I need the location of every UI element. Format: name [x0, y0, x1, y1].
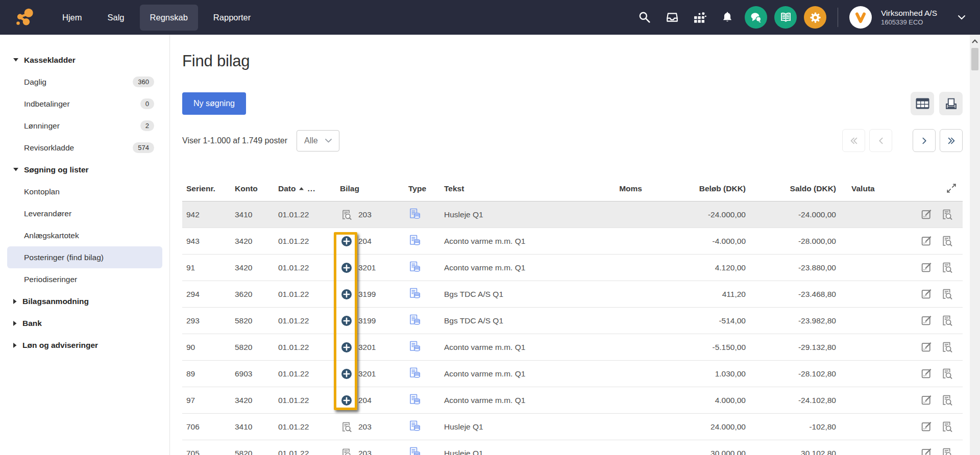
edit-entry-icon[interactable] [920, 447, 933, 455]
print-button[interactable] [939, 92, 963, 115]
table-row[interactable]: 89 6903 01.01.22 3201 [182, 361, 963, 387]
pagination-next-button[interactable] [913, 129, 936, 152]
notifications-bell-icon[interactable] [717, 7, 738, 28]
add-attachment-icon[interactable] [340, 314, 353, 327]
finance-voucher-type-icon[interactable] [408, 314, 422, 328]
apps-grid-icon[interactable] [690, 7, 710, 28]
help-book-button[interactable] [774, 6, 797, 29]
finance-voucher-type-icon[interactable] [408, 287, 422, 301]
column-header-saldo[interactable]: Saldo (DKK) [746, 184, 836, 193]
table-row[interactable]: 943 3420 01.01.22 204 [182, 228, 963, 255]
view-entry-search-icon[interactable] [940, 208, 953, 221]
column-header-serienr[interactable]: Serienr. [182, 184, 231, 193]
add-attachment-icon[interactable] [340, 235, 353, 248]
company-info[interactable]: Virksomhed A/S 1605339 ECO [881, 8, 937, 27]
page-size-select[interactable]: Alle [297, 130, 339, 151]
add-attachment-icon[interactable] [340, 288, 353, 301]
edit-entry-icon[interactable] [920, 420, 933, 434]
table-row[interactable]: 91 3420 01.01.22 3201 [182, 255, 963, 281]
finance-voucher-type-icon[interactable] [408, 234, 422, 248]
attachment-search-icon[interactable] [340, 208, 353, 221]
table-row[interactable]: 706 3410 01.01.22 203 [182, 414, 963, 440]
pagination-first-button[interactable] [842, 129, 865, 152]
edit-entry-icon[interactable] [920, 314, 933, 327]
column-header-moms[interactable]: Moms [582, 184, 642, 193]
edit-entry-icon[interactable] [920, 341, 933, 354]
table-row[interactable]: 97 3420 01.01.22 204 [182, 387, 963, 414]
sidebar-item-revisorkladde[interactable]: Revisorkladde 574 [0, 137, 169, 159]
sidebar-item-lonninger[interactable]: Lønninger 2 [0, 115, 169, 137]
nav-item-hjem[interactable]: Hjem [52, 5, 92, 31]
inbox-icon[interactable] [662, 7, 682, 28]
support-chat-button[interactable] [745, 6, 767, 29]
add-attachment-icon[interactable] [340, 394, 353, 407]
sidebar-item-periodiseringer[interactable]: Periodiseringer [0, 268, 169, 290]
table-row[interactable]: 942 3410 01.01.22 203 [182, 201, 963, 228]
finance-voucher-type-icon[interactable] [408, 420, 422, 434]
sidebar-section-sogning-og-lister[interactable]: Søgning og lister [0, 159, 169, 181]
view-entry-search-icon[interactable] [940, 394, 953, 407]
view-entry-search-icon[interactable] [940, 314, 953, 327]
table-row[interactable]: 90 5820 01.01.22 3201 [182, 334, 963, 361]
edit-entry-icon[interactable] [920, 208, 933, 221]
view-entry-search-icon[interactable] [940, 420, 953, 434]
table-row[interactable]: 705 5820 01.01.22 203 [182, 440, 963, 455]
edit-entry-icon[interactable] [920, 367, 933, 381]
finance-voucher-type-icon[interactable] [408, 208, 422, 222]
finance-voucher-type-icon[interactable] [408, 367, 422, 381]
pagination-last-button[interactable] [940, 129, 963, 152]
sidebar-section-kassekladder[interactable]: Kassekladder [0, 49, 169, 71]
sidebar-item-posteringer-find-bilag[interactable]: Posteringer (find bilag) [7, 246, 162, 268]
edit-entry-icon[interactable] [920, 288, 933, 301]
view-entry-search-icon[interactable] [940, 447, 953, 455]
column-header-bilag[interactable]: Bilag [338, 184, 406, 193]
search-icon[interactable] [634, 7, 655, 28]
table-row[interactable]: 293 5820 01.01.22 3199 [182, 308, 963, 334]
scrollbar-thumb[interactable] [971, 48, 978, 70]
sidebar-section-bilagsanmodning[interactable]: Bilagsanmodning [0, 290, 169, 312]
column-header-konto[interactable]: Konto [231, 184, 274, 193]
view-entry-search-icon[interactable] [940, 261, 953, 274]
nav-item-regnskab[interactable]: Regnskab [140, 5, 198, 31]
company-menu-chevron-icon[interactable] [958, 15, 966, 20]
attachment-search-icon[interactable] [340, 420, 353, 434]
scroll-up-arrow-icon[interactable] [972, 35, 978, 48]
table-view-button[interactable] [911, 92, 934, 115]
sidebar-section-bank[interactable]: Bank [0, 312, 169, 334]
vertical-scrollbar[interactable] [970, 35, 980, 455]
sidebar-item-indbetalinger[interactable]: Indbetalinger 0 [0, 93, 169, 115]
column-header-belob[interactable]: Beløb (DKK) [642, 184, 746, 193]
add-attachment-icon[interactable] [340, 341, 353, 354]
sidebar-item-leverandorer[interactable]: Leverandører [0, 203, 169, 224]
finance-voucher-type-icon[interactable] [408, 261, 422, 275]
table-row[interactable]: 294 3620 01.01.22 3199 [182, 281, 963, 308]
company-avatar[interactable] [849, 6, 872, 29]
settings-gear-button[interactable] [804, 6, 826, 29]
nav-item-rapporter[interactable]: Rapporter [203, 5, 261, 31]
new-search-button[interactable]: Ny søgning [182, 92, 246, 115]
nav-item-salg[interactable]: Salg [97, 5, 135, 31]
sidebar-item-daglig[interactable]: Daglig 360 [0, 71, 169, 93]
finance-voucher-type-icon[interactable] [408, 340, 422, 355]
expand-table-icon[interactable] [888, 183, 963, 193]
pagination-previous-button[interactable] [869, 129, 892, 152]
column-header-tekst[interactable]: Tekst [441, 184, 582, 193]
view-entry-search-icon[interactable] [940, 288, 953, 301]
edit-entry-icon[interactable] [920, 261, 933, 274]
economic-logo[interactable] [14, 7, 35, 28]
dato-column-menu[interactable]: ... [307, 184, 315, 193]
add-attachment-icon[interactable] [340, 367, 353, 381]
view-entry-search-icon[interactable] [940, 367, 953, 381]
add-attachment-icon[interactable] [340, 261, 353, 274]
view-entry-search-icon[interactable] [940, 235, 953, 248]
column-header-dato[interactable]: Dato ... [274, 184, 338, 193]
column-header-type[interactable]: Type [406, 184, 441, 193]
column-header-valuta[interactable]: Valuta [836, 184, 888, 193]
sidebar-item-anlaegskartotek[interactable]: Anlægskartotek [0, 224, 169, 246]
view-entry-search-icon[interactable] [940, 341, 953, 354]
sidebar-item-kontoplan[interactable]: Kontoplan [0, 181, 169, 203]
attachment-search-icon[interactable] [340, 447, 353, 455]
finance-voucher-type-icon[interactable] [408, 393, 422, 408]
sidebar-section-lon-og-adviseringer[interactable]: Løn og adviseringer [0, 334, 169, 356]
edit-entry-icon[interactable] [920, 235, 933, 248]
